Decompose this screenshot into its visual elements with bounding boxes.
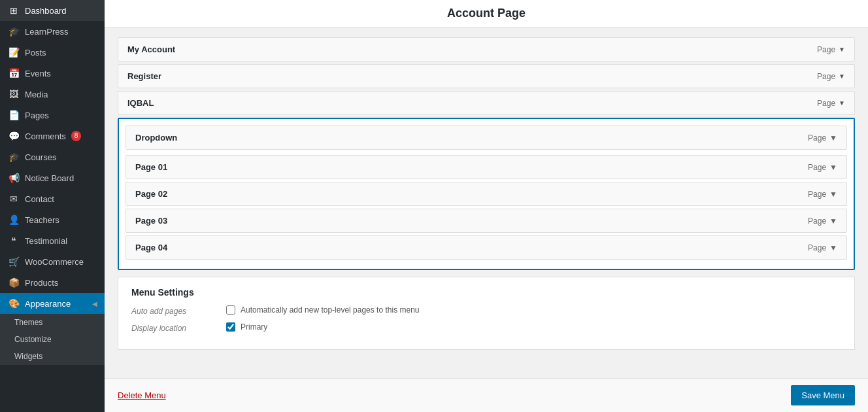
learnpress-icon: 🎓 <box>8 26 20 37</box>
sidebar-label-learnpress: LearnPress <box>25 27 68 37</box>
products-icon: 📦 <box>8 277 20 288</box>
my-account-title: My Account <box>127 44 175 54</box>
sidebar-item-posts[interactable]: 📝 Posts <box>0 42 105 63</box>
appearance-submenu: Themes Customize Widgets <box>0 314 105 365</box>
sidebar-item-customize[interactable]: Customize <box>0 331 105 348</box>
noticeboard-icon: 📢 <box>8 173 20 183</box>
auto-add-row: Auto add pages Automatically add new top… <box>131 305 841 316</box>
page02-header[interactable]: Page 02 Page ▼ <box>126 182 846 205</box>
menu-item-page01: Page 01 Page ▼ <box>125 155 847 179</box>
main-content: Account Page My Account Page ▼ Register … <box>105 0 868 412</box>
menu-item-page04: Page 04 Page ▼ <box>125 235 847 260</box>
iqbal-chevron-icon: ▼ <box>839 99 845 107</box>
menu-item-page03: Page 03 Page ▼ <box>125 209 847 233</box>
primary-checkbox[interactable] <box>226 322 235 332</box>
page03-header[interactable]: Page 03 Page ▼ <box>126 209 846 232</box>
sidebar-item-testimonial[interactable]: ❝ Testimonial <box>0 230 105 251</box>
auto-add-content: Automatically add new top-level pages to… <box>226 305 420 315</box>
page03-chevron-icon: ▼ <box>829 216 837 226</box>
media-icon: 🖼 <box>8 89 20 99</box>
dropdown-title: Dropdown <box>135 133 177 143</box>
dropdown-item-header[interactable]: Dropdown Page ▼ <box>125 126 847 150</box>
sidebar-label-testimonial: Testimonial <box>25 236 67 246</box>
dropdown-chevron-icon: ▼ <box>829 133 837 143</box>
menu-item-my-account: My Account Page ▼ <box>118 37 855 61</box>
testimonial-icon: ❝ <box>8 235 20 246</box>
sidebar-item-contact[interactable]: ✉ Contact <box>0 188 105 209</box>
page02-title: Page 02 <box>135 189 167 199</box>
menu-settings-panel: Menu Settings Auto add pages Automatical… <box>118 277 855 350</box>
teachers-icon: 👤 <box>8 215 20 225</box>
sidebar-item-media[interactable]: 🖼 Media <box>0 84 105 105</box>
delete-menu-button[interactable]: Delete Menu <box>118 390 166 400</box>
comments-badge: 8 <box>71 131 82 141</box>
sidebar-item-woocommerce[interactable]: 🛒 WooCommerce <box>0 251 105 272</box>
sidebar-label-appearance: Appearance <box>25 299 71 309</box>
sidebar-item-learnpress[interactable]: 🎓 LearnPress <box>0 21 105 42</box>
appearance-icon: 🎨 <box>8 298 20 309</box>
woocommerce-icon: 🛒 <box>8 256 20 267</box>
events-icon: 📅 <box>8 68 20 78</box>
page04-chevron-icon: ▼ <box>829 243 837 252</box>
page01-title: Page 01 <box>135 162 167 172</box>
pages-icon: 📄 <box>8 110 20 120</box>
iqbal-type: Page ▼ <box>817 99 845 108</box>
sidebar-item-dashboard[interactable]: ⊞ Dashboard <box>0 0 105 21</box>
sidebar-label-media: Media <box>25 90 48 99</box>
auto-add-label: Auto add pages <box>131 305 216 316</box>
save-menu-button[interactable]: Save Menu <box>791 385 855 405</box>
page02-type: Page ▼ <box>808 190 837 199</box>
sidebar-item-pages[interactable]: 📄 Pages <box>0 105 105 126</box>
page03-title: Page 03 <box>135 216 167 226</box>
content-area: My Account Page ▼ Register Page ▼ IQBAL <box>105 27 868 378</box>
menu-item-page02: Page 02 Page ▼ <box>125 182 847 206</box>
customize-label: Customize <box>14 335 52 344</box>
sidebar-item-appearance[interactable]: 🎨 Appearance ◀ <box>0 293 105 314</box>
sidebar: ⊞ Dashboard 🎓 LearnPress 📝 Posts 📅 Event… <box>0 0 105 412</box>
sidebar-item-events[interactable]: 📅 Events <box>0 63 105 84</box>
sidebar-item-courses[interactable]: 🎓 Courses <box>0 146 105 167</box>
sidebar-item-themes[interactable]: Themes <box>0 314 105 331</box>
menu-settings-title: Menu Settings <box>131 287 841 298</box>
sidebar-label-noticeboard: Notice Board <box>25 173 74 183</box>
display-location-label: Display location <box>131 322 216 333</box>
menu-item-register: Register Page ▼ <box>118 64 855 88</box>
page01-header[interactable]: Page 01 Page ▼ <box>126 156 846 179</box>
widgets-label: Widgets <box>14 352 42 361</box>
page04-header[interactable]: Page 04 Page ▼ <box>126 236 846 259</box>
appearance-arrow-icon: ◀ <box>85 293 105 314</box>
auto-add-checkbox-label: Automatically add new top-level pages to… <box>241 305 420 315</box>
auto-add-checkbox[interactable] <box>226 305 235 315</box>
courses-icon: 🎓 <box>8 152 20 162</box>
sidebar-label-comments: Comments <box>25 131 66 141</box>
page-header: Account Page <box>105 0 868 27</box>
menu-item-my-account-header[interactable]: My Account Page ▼ <box>118 38 854 61</box>
sidebar-item-products[interactable]: 📦 Products <box>0 272 105 293</box>
menu-item-iqbal-header[interactable]: IQBAL Page ▼ <box>118 92 854 114</box>
my-account-type: Page ▼ <box>817 45 845 54</box>
menu-item-iqbal: IQBAL Page ▼ <box>118 91 855 115</box>
sidebar-item-teachers[interactable]: 👤 Teachers <box>0 209 105 230</box>
sidebar-label-posts: Posts <box>25 48 46 58</box>
menu-item-register-header[interactable]: Register Page ▼ <box>118 65 854 88</box>
sidebar-item-widgets[interactable]: Widgets <box>0 348 105 365</box>
contact-icon: ✉ <box>8 194 20 204</box>
page01-type: Page ▼ <box>808 163 837 172</box>
register-title: Register <box>127 71 161 81</box>
iqbal-title: IQBAL <box>127 98 154 108</box>
sidebar-item-comments[interactable]: 💬 Comments 8 <box>0 126 105 146</box>
footer-bar: Delete Menu Save Menu <box>105 378 868 412</box>
dropdown-container: Dropdown Page ▼ Page 01 Page ▼ Page 02 <box>118 118 855 270</box>
sidebar-item-noticeboard[interactable]: 📢 Notice Board <box>0 167 105 188</box>
sidebar-label-contact: Contact <box>25 194 54 204</box>
sidebar-label-events: Events <box>25 69 51 78</box>
comments-icon: 💬 <box>8 131 20 141</box>
page04-type: Page ▼ <box>808 243 837 252</box>
register-type: Page ▼ <box>817 72 845 81</box>
my-account-chevron-icon: ▼ <box>839 46 845 53</box>
page01-chevron-icon: ▼ <box>829 163 837 172</box>
dashboard-icon: ⊞ <box>8 5 20 16</box>
sidebar-label-teachers: Teachers <box>25 215 59 225</box>
page-title: Account Page <box>447 7 526 20</box>
sidebar-label-dashboard: Dashboard <box>25 6 67 16</box>
